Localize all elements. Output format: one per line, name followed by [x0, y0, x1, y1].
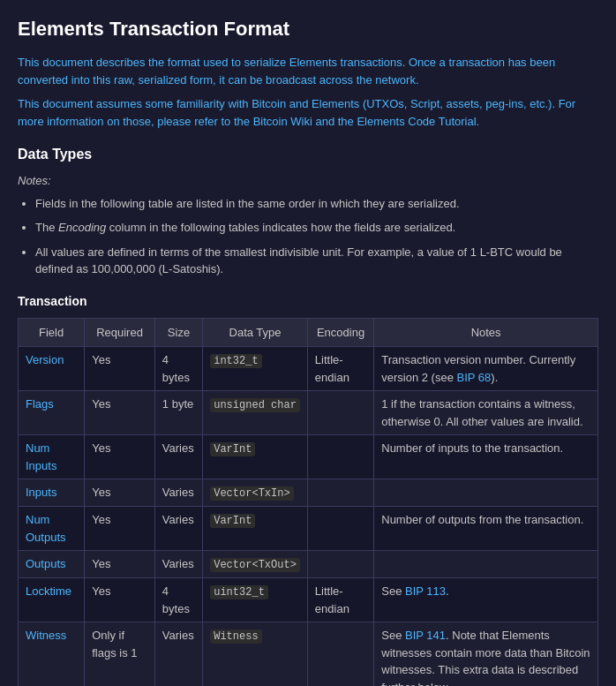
notes-num-inputs: Number of inputs to the transaction.: [374, 435, 598, 479]
field-inputs: Inputs: [19, 479, 85, 507]
datatype-witness: Witness: [203, 622, 308, 687]
col-header-field: Field: [19, 318, 85, 347]
table-row: Version Yes 4 bytes int32_t Little-endia…: [19, 347, 598, 391]
notes-label: Notes:: [18, 172, 598, 190]
field-num-outputs: Num Outputs: [19, 507, 85, 551]
table-row: Num Outputs Yes Varies VarInt Number of …: [19, 507, 598, 551]
intro-paragraph-1: This document describes the format used …: [18, 54, 598, 88]
field-witness: Witness: [19, 622, 85, 687]
size-inputs: Varies: [154, 479, 202, 507]
field-locktime: Locktime: [19, 578, 85, 622]
col-header-required: Required: [85, 318, 155, 347]
required-outputs: Yes: [85, 551, 155, 578]
bip113-link[interactable]: BIP 113: [405, 584, 446, 598]
field-outputs: Outputs: [19, 551, 85, 578]
bip68-link[interactable]: BIP 68: [457, 371, 492, 384]
table-row: Num Inputs Yes Varies VarInt Number of i…: [19, 435, 598, 479]
col-header-size: Size: [154, 318, 202, 347]
notes-locktime: See BIP 113.: [374, 578, 598, 622]
required-locktime: Yes: [85, 578, 155, 622]
section-data-types: Data Types: [18, 144, 598, 165]
notes-version: Transaction version number. Currently ve…: [374, 347, 598, 391]
notes-witness: See BIP 141. Note that Elements witnesse…: [374, 622, 598, 687]
required-inputs: Yes: [85, 479, 155, 507]
notes-num-outputs: Number of outputs from the transaction.: [374, 507, 598, 551]
field-version: Version: [19, 347, 85, 391]
size-locktime: 4 bytes: [154, 578, 202, 622]
size-outputs: Varies: [154, 551, 202, 578]
encoding-flags: [307, 391, 373, 435]
required-witness: Only if flags is 1: [85, 622, 155, 687]
datatype-num-inputs: VarInt: [203, 435, 308, 479]
datatype-flags: unsigned char: [203, 391, 308, 435]
notes-item-1: Fields in the following table are listed…: [35, 195, 598, 213]
notes-list: Fields in the following table are listed…: [35, 195, 598, 278]
datatype-version: int32_t: [203, 347, 308, 391]
encoding-version: Little-endian: [307, 347, 373, 391]
notes-outputs: [374, 551, 598, 578]
encoding-locktime: Little-endian: [307, 578, 373, 622]
datatype-outputs: Vector<TxOut>: [203, 551, 308, 578]
datatype-num-outputs: VarInt: [203, 507, 308, 551]
table-row: Flags Yes 1 byte unsigned char 1 if the …: [19, 391, 598, 435]
table-row: Locktime Yes 4 bytes uint32_t Little-end…: [19, 578, 598, 622]
datatype-inputs: Vector<TxIn>: [203, 479, 308, 507]
size-witness: Varies: [154, 622, 202, 687]
transaction-table: Field Required Size Data Type Encoding N…: [18, 318, 598, 687]
bitcoin-wiki-link[interactable]: Bitcoin Wiki: [253, 115, 312, 128]
required-num-outputs: Yes: [85, 507, 155, 551]
intro-paragraph-2: This document assumes some familiarity w…: [18, 95, 598, 130]
required-flags: Yes: [85, 391, 155, 435]
table-row: Inputs Yes Varies Vector<TxIn>: [19, 479, 598, 507]
encoding-num-inputs: [307, 435, 373, 479]
size-version: 4 bytes: [154, 347, 202, 391]
section-transaction: Transaction: [18, 292, 598, 311]
encoding-witness: [307, 622, 373, 687]
elements-code-tutorial-link[interactable]: Elements Code Tutorial: [357, 115, 476, 128]
required-num-inputs: Yes: [85, 435, 155, 479]
table-row: Outputs Yes Varies Vector<TxOut>: [19, 551, 598, 578]
size-num-outputs: Varies: [154, 507, 202, 551]
encoding-inputs: [307, 479, 373, 507]
notes-item-2: The Encoding column in the following tab…: [35, 219, 598, 237]
field-flags: Flags: [19, 391, 85, 435]
col-header-data-type: Data Type: [203, 318, 308, 347]
datatype-locktime: uint32_t: [203, 578, 308, 622]
encoding-num-outputs: [307, 507, 373, 551]
bip141-link[interactable]: BIP 141: [405, 629, 446, 642]
notes-inputs: [374, 479, 598, 507]
encoding-outputs: [307, 551, 373, 578]
page-title: Elements Transaction Format: [18, 14, 598, 43]
col-header-encoding: Encoding: [307, 318, 373, 347]
required-version: Yes: [85, 347, 155, 391]
script-link[interactable]: Script: [410, 97, 439, 110]
size-flags: 1 byte: [154, 391, 202, 435]
notes-item-3: All values are defined in terms of the s…: [35, 244, 598, 278]
table-row: Witness Only if flags is 1 Varies Witnes…: [19, 622, 598, 687]
col-header-notes: Notes: [374, 318, 598, 347]
notes-flags: 1 if the transaction contains a witness,…: [374, 391, 598, 435]
field-num-inputs: Num Inputs: [19, 435, 85, 479]
size-num-inputs: Varies: [154, 435, 202, 479]
